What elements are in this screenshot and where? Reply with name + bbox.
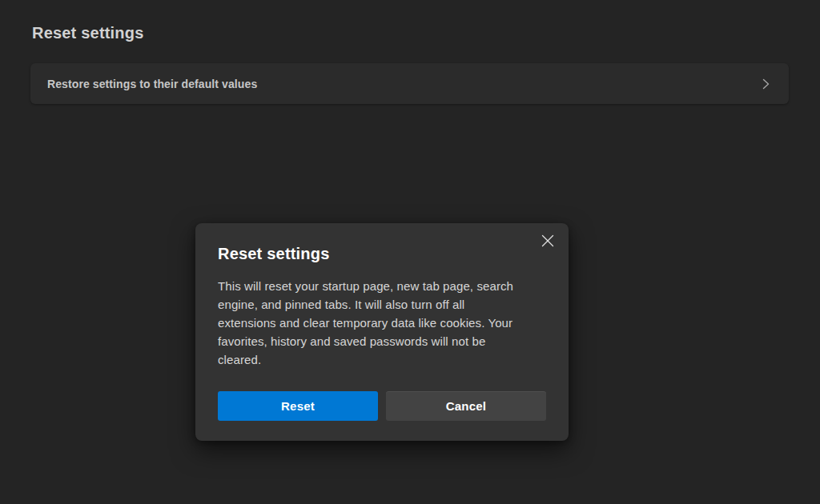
reset-settings-dialog: Reset settings This will reset your star… (195, 223, 569, 441)
dialog-description: This will reset your startup page, new t… (218, 277, 551, 369)
close-button[interactable] (537, 230, 559, 252)
restore-defaults-label: Restore settings to their default values (47, 78, 257, 90)
close-icon (541, 234, 554, 247)
cancel-button[interactable]: Cancel (386, 391, 546, 421)
chevron-right-icon (760, 78, 771, 90)
reset-button[interactable]: Reset (218, 391, 378, 421)
page-title: Reset settings (32, 24, 144, 42)
dialog-button-row: Reset Cancel (218, 391, 546, 421)
dialog-title: Reset settings (218, 245, 330, 263)
restore-defaults-row[interactable]: Restore settings to their default values (30, 63, 789, 104)
settings-page: Reset settings Restore settings to their… (0, 0, 820, 504)
